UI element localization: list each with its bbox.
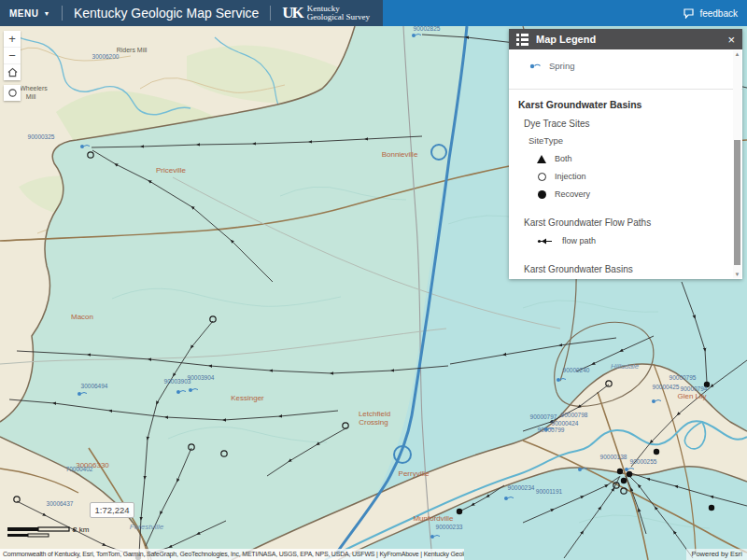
home-icon bbox=[7, 67, 18, 77]
recovery-site bbox=[621, 478, 627, 483]
legend-panel-title: Map Legend bbox=[536, 34, 720, 45]
legend-item-label: Spring bbox=[549, 61, 574, 71]
legend-item-recovery: Recovery bbox=[509, 189, 742, 199]
scale-bar: 2 km bbox=[6, 521, 99, 545]
legend-divider bbox=[509, 89, 742, 90]
powered-by-esri: Powered by Esri bbox=[686, 549, 747, 560]
legend-panel-header[interactable]: Map Legend × bbox=[509, 29, 742, 49]
legend-item-both: Both bbox=[509, 154, 742, 163]
legend-item-label: Injection bbox=[555, 172, 586, 181]
app-title: Kentucky Geologic Map Service bbox=[74, 6, 259, 21]
scale-bar-label: 2 km bbox=[73, 525, 90, 534]
open-circle-icon bbox=[537, 173, 546, 181]
legend-field-title: SiteType bbox=[509, 129, 742, 146]
header-divider bbox=[62, 6, 63, 21]
map-controls: + − bbox=[4, 31, 21, 101]
zoom-in-button[interactable]: + bbox=[4, 31, 21, 48]
legend-layer-title: Karst Groundwater Basins bbox=[509, 245, 742, 274]
recovery-site bbox=[704, 382, 710, 387]
kgs-logo: UK Kentucky Geological Survey bbox=[282, 4, 370, 22]
legend-layer-title: Karst Groundwater Flow Paths bbox=[509, 199, 742, 228]
legend-panel-body: Spring Karst Groundwater Basins Dye Trac… bbox=[509, 49, 742, 279]
flow-path-icon bbox=[537, 237, 554, 245]
kgs-logo-text: Kentucky Geological Survey bbox=[307, 5, 370, 21]
attribution: Commonwealth of Kentucky, Esri, TomTom, … bbox=[0, 549, 464, 560]
feedback-label: feedback bbox=[699, 8, 738, 19]
legend-item-flow-path: flow path bbox=[509, 236, 742, 245]
zoom-control-group: + − bbox=[4, 31, 21, 80]
legend-item-label: flow path bbox=[562, 236, 596, 245]
legend-item-injection: Injection bbox=[509, 172, 742, 181]
header-right-area: feedback bbox=[383, 0, 747, 26]
map-legend-panel: Map Legend × Spring Karst Groundwater Ba… bbox=[509, 29, 742, 279]
filled-circle-icon bbox=[537, 190, 546, 199]
legend-section-title: Karst Groundwater Basins bbox=[509, 99, 742, 110]
locate-button[interactable] bbox=[4, 85, 21, 101]
minus-icon: − bbox=[8, 49, 16, 63]
zoom-out-button[interactable]: − bbox=[4, 48, 21, 64]
scroll-up-icon[interactable]: ▲ bbox=[733, 51, 741, 57]
legend-item-spring: Spring bbox=[509, 59, 742, 72]
uk-logo-mark: UK bbox=[282, 4, 303, 22]
close-icon[interactable]: × bbox=[727, 34, 735, 46]
chevron-down-icon: ▼ bbox=[43, 10, 49, 17]
app-header: MENU ▼ Kentucky Geologic Map Service UK … bbox=[0, 0, 747, 26]
scrollbar-thumb[interactable] bbox=[734, 140, 740, 265]
header-brand-area: MENU ▼ Kentucky Geologic Map Service UK … bbox=[0, 0, 383, 26]
scale-ratio: 1:72,224 bbox=[95, 505, 130, 515]
legend-scrollbar[interactable]: ▲ ▼ bbox=[733, 50, 741, 278]
menu-button[interactable]: MENU ▼ bbox=[9, 8, 50, 19]
recovery-site bbox=[709, 505, 714, 511]
plus-icon: + bbox=[8, 32, 16, 46]
locate-icon bbox=[7, 88, 18, 98]
locate-control-group bbox=[4, 85, 21, 101]
menu-label: MENU bbox=[9, 8, 38, 19]
scroll-down-icon[interactable]: ▼ bbox=[733, 272, 741, 277]
legend-layer-title: Dye Trace Sites bbox=[509, 110, 742, 129]
legend-item-label: Recovery bbox=[555, 189, 590, 199]
speech-bubble-icon bbox=[684, 8, 696, 19]
legend-item-label: Both bbox=[555, 154, 572, 163]
spring-symbol-icon bbox=[529, 62, 542, 70]
triangle-icon bbox=[537, 155, 546, 163]
header-divider bbox=[270, 6, 271, 21]
recovery-site bbox=[457, 509, 462, 514]
scale-ratio-box: 1:72,224 bbox=[90, 502, 134, 518]
recovery-site bbox=[654, 449, 659, 455]
feedback-button[interactable]: feedback bbox=[684, 8, 738, 19]
legend-list-icon bbox=[516, 34, 529, 46]
home-button[interactable] bbox=[4, 64, 21, 80]
recovery-site bbox=[627, 471, 632, 477]
recovery-site bbox=[617, 469, 623, 474]
